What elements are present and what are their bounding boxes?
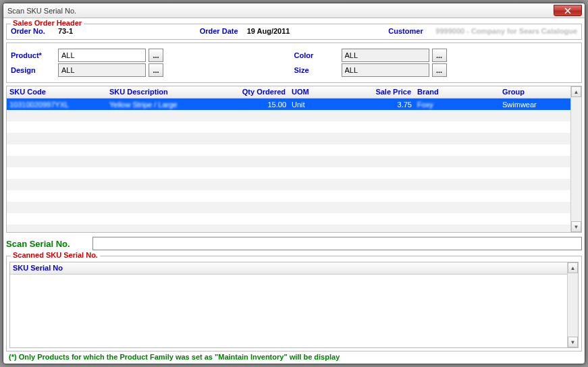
scanned-serial-group: Scanned SKU Serial No. SKU Serial No ▲ ▼ (6, 256, 582, 351)
order-no-value: 73-1 (58, 27, 73, 35)
table-row[interactable] (7, 144, 570, 156)
titlebar: Scan SKU Serial No. (3, 3, 585, 18)
scanned-legend: Scanned SKU Serial No. (11, 251, 100, 259)
scanned-grid: SKU Serial No ▲ ▼ (9, 262, 579, 348)
col-sku[interactable]: SKU Code (7, 86, 107, 98)
header-row: Order No. 73-1 Order Date 19 Aug/2011 Cu… (11, 27, 577, 35)
color-input[interactable] (342, 49, 429, 62)
scanned-grid-body[interactable] (10, 275, 567, 347)
table-row[interactable] (7, 121, 570, 133)
window-title: Scan SKU Serial No. (7, 7, 76, 15)
product-input[interactable] (58, 49, 146, 62)
grid-scrollbar[interactable]: ▲ ▼ (570, 86, 581, 232)
product-label: Product* (11, 51, 58, 59)
col-serial[interactable]: SKU Serial No (10, 262, 65, 274)
color-lookup-button[interactable]: ... (432, 49, 447, 62)
color-label: Color (294, 51, 342, 59)
order-no-label: Order No. (11, 27, 58, 35)
close-icon (564, 7, 571, 14)
customer-label: Customer (388, 27, 435, 35)
col-uom[interactable]: UOM (289, 86, 369, 98)
content-area: Sales Order Header Order No. 73-1 Order … (3, 18, 585, 364)
col-qty[interactable]: Qty Ordered (227, 86, 289, 98)
col-brand[interactable]: Brand (415, 86, 500, 98)
table-row[interactable] (7, 190, 570, 202)
scanned-scroll-track[interactable] (568, 273, 578, 337)
col-price[interactable]: Sale Price (369, 86, 415, 98)
sku-grid-body[interactable]: 10310020997YXLYellow Stripe / Large15.00… (7, 98, 570, 232)
sku-grid: SKU Code SKU Description Qty Ordered UOM… (6, 86, 582, 233)
scanned-scroll-up[interactable]: ▲ (568, 262, 578, 273)
scan-serial-input[interactable] (92, 237, 582, 250)
scroll-track[interactable] (571, 97, 581, 221)
cell: 15.00 (227, 100, 289, 109)
customer-value: 9999000 - Company for Sears Catalogue (435, 27, 577, 35)
table-row[interactable] (7, 167, 570, 179)
footer-note: (*) Only Products for which the Product … (6, 351, 582, 362)
product-lookup-button[interactable]: ... (149, 49, 163, 62)
scan-serial-label: Scan Serial No. (6, 239, 92, 249)
design-input[interactable] (58, 63, 146, 77)
cell: Yellow Stripe / Large (107, 100, 227, 109)
header-legend: Sales Order Header (11, 19, 84, 27)
dialog-window: Scan SKU Serial No. Sales Order Header O… (3, 3, 585, 364)
cell: 10310020997YXL (7, 100, 107, 109)
scroll-up-button[interactable]: ▲ (571, 86, 581, 97)
scanned-scroll-down[interactable]: ▼ (568, 337, 578, 347)
cell: Foxy (415, 100, 500, 109)
table-row[interactable]: 10310020997YXLYellow Stripe / Large15.00… (7, 98, 570, 110)
scanned-scrollbar[interactable]: ▲ ▼ (567, 262, 578, 347)
table-row[interactable] (7, 179, 570, 190)
table-row[interactable] (7, 110, 570, 121)
cell: 3.75 (369, 100, 415, 109)
close-button[interactable] (554, 5, 582, 16)
col-group[interactable]: Group (500, 86, 567, 98)
table-row[interactable] (7, 202, 570, 213)
size-input[interactable] (342, 63, 429, 77)
sku-grid-header: SKU Code SKU Description Qty Ordered UOM… (7, 86, 570, 98)
table-row[interactable] (7, 133, 570, 144)
table-row[interactable] (7, 156, 570, 167)
sales-order-header-group: Sales Order Header Order No. 73-1 Order … (6, 24, 582, 40)
cell: Swimwear (500, 100, 567, 109)
cell: Unit (289, 100, 369, 109)
size-lookup-button[interactable]: ... (432, 63, 447, 77)
filter-group: Product* ... Color ... Design ... Size (6, 43, 582, 83)
scan-serial-row: Scan Serial No. (6, 237, 582, 250)
size-label: Size (294, 66, 342, 74)
table-row[interactable] (7, 213, 570, 225)
order-date-label: Order Date (200, 27, 247, 35)
design-label: Design (11, 66, 58, 74)
order-date-value: 19 Aug/2011 (247, 27, 290, 35)
scanned-grid-header: SKU Serial No (10, 262, 567, 275)
col-desc[interactable]: SKU Description (107, 86, 227, 98)
scroll-down-button[interactable]: ▼ (571, 221, 581, 232)
table-row[interactable] (7, 225, 570, 232)
design-lookup-button[interactable]: ... (149, 63, 163, 77)
